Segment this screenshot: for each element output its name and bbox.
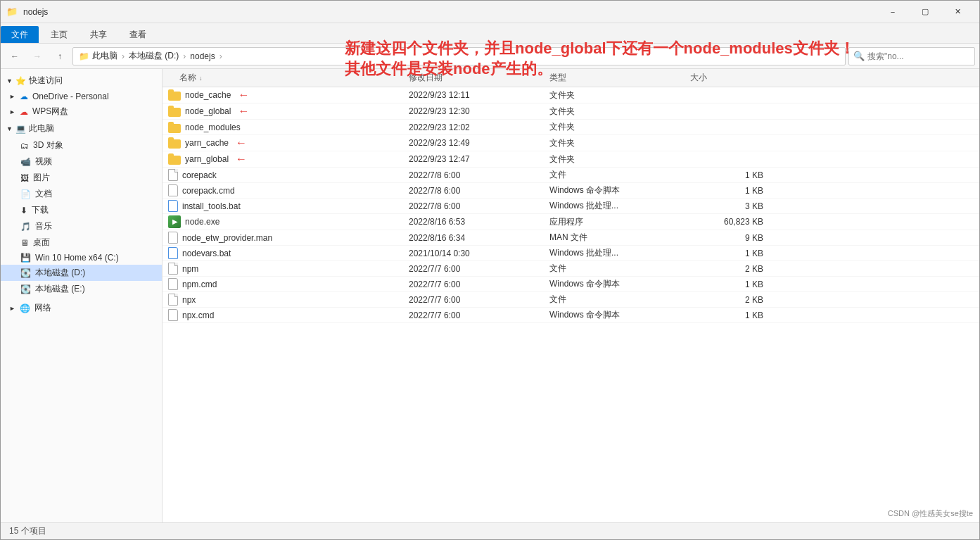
- red-arrow-icon: ←: [238, 105, 249, 118]
- forward-button[interactable]: →: [27, 46, 47, 66]
- address-part-folder[interactable]: nodejs: [190, 51, 215, 61]
- chevron-right-icon: ►: [9, 305, 15, 312]
- table-row[interactable]: ▶ node.exe 2022/8/16 6:53 应用程序 60,823 KB: [163, 214, 979, 230]
- drive-c-icon: 💾: [20, 253, 31, 263]
- table-row[interactable]: npx.cmd 2022/7/7 6:00 Windows 命令脚本 1 KB: [163, 308, 979, 323]
- address-part-drive[interactable]: 本地磁盘 (D:): [129, 50, 179, 62]
- tab-view[interactable]: 查看: [119, 26, 157, 43]
- address-part-thispc[interactable]: 此电脑: [92, 50, 117, 62]
- folder-3d-icon: 🗂: [20, 141, 29, 151]
- sidebar-item-docs[interactable]: 📄 文档: [1, 186, 162, 202]
- file-cell-date: 2022/7/7 6:00: [409, 280, 549, 289]
- file-cell-name: node_modules: [163, 122, 409, 133]
- drive-d-icon: 💽: [20, 268, 31, 278]
- sidebar-item-drive-d[interactable]: 💽 本地磁盘 (D:): [1, 265, 162, 281]
- sidebar-item-network[interactable]: ► 🌐 网络: [1, 300, 162, 316]
- window-icon: 📁: [6, 6, 18, 18]
- sidebar-item-downloads[interactable]: ⬇ 下载: [1, 202, 162, 218]
- file-cell-type: 文件夹: [549, 153, 690, 165]
- folder-icon: [168, 122, 181, 133]
- pictures-label: 图片: [33, 172, 50, 184]
- sidebar-section-thispc[interactable]: ▼ 💻 此电脑: [1, 120, 162, 137]
- file-cell-date: 2022/7/7 6:00: [409, 264, 549, 274]
- table-row[interactable]: nodevars.bat 2021/10/14 0:30 Windows 批处理…: [163, 246, 979, 261]
- table-row[interactable]: node_etw_provider.man 2022/8/16 6:34 MAN…: [163, 230, 979, 246]
- address-box[interactable]: 📁 此电脑 › 本地磁盘 (D:) › nodejs ›: [72, 47, 846, 65]
- table-row[interactable]: node_modules 2022/9/23 12:02 文件夹: [163, 120, 979, 135]
- address-folder-icon: 📁: [79, 51, 89, 61]
- tab-file[interactable]: 文件: [1, 26, 39, 43]
- file-name: npm.cmd: [182, 280, 217, 289]
- file-cell-date: 2021/10/14 0:30: [409, 249, 549, 258]
- file-cell-date: 2022/7/7 6:00: [409, 310, 549, 320]
- sidebar-item-music[interactable]: 🎵 音乐: [1, 218, 162, 234]
- folder-icon: [168, 153, 181, 165]
- file-rows-container: node_cache ← 2022/9/23 12:11 文件夹 node_gl…: [163, 87, 979, 323]
- file-cell-size: 60,823 KB: [690, 217, 775, 227]
- file-cell-date: 2022/9/23 12:49: [409, 138, 549, 148]
- table-row[interactable]: corepack 2022/7/8 6:00 文件 1 KB: [163, 168, 979, 183]
- sidebar-item-drive-e[interactable]: 💽 本地磁盘 (E:): [1, 281, 162, 297]
- quick-access-label: 快速访问: [29, 75, 63, 87]
- maximize-button[interactable]: ▢: [909, 1, 941, 23]
- file-cell-size: 1 KB: [690, 186, 775, 196]
- table-row[interactable]: node_cache ← 2022/9/23 12:11 文件夹: [163, 87, 979, 103]
- file-cell-name: corepack.cmd: [163, 184, 409, 196]
- file-name: node_cache: [185, 90, 231, 100]
- file-cell-name: node_global ←: [163, 105, 409, 118]
- file-cell-size: 2 KB: [690, 295, 775, 305]
- tab-share[interactable]: 共享: [79, 26, 117, 43]
- col-header-size[interactable]: 大小: [690, 72, 775, 84]
- minimize-button[interactable]: −: [877, 1, 909, 23]
- downloads-icon: ⬇: [20, 206, 27, 215]
- col-header-date[interactable]: 修改日期: [409, 72, 549, 84]
- table-row[interactable]: npx 2022/7/7 6:00 文件 2 KB: [163, 292, 979, 308]
- file-cell-date: 2022/7/8 6:00: [409, 201, 549, 211]
- sidebar-item-wps[interactable]: ► ☁ WPS网盘: [1, 103, 162, 120]
- item-count: 15 个项目: [9, 525, 46, 537]
- table-row[interactable]: yarn_global ← 2022/9/23 12:47 文件夹: [163, 151, 979, 168]
- file-name: node.exe: [185, 217, 219, 227]
- close-button[interactable]: ✕: [941, 1, 974, 23]
- wps-icon: ☁: [20, 107, 28, 117]
- table-row[interactable]: npm 2022/7/7 6:00 文件 2 KB: [163, 261, 979, 277]
- file-name: install_tools.bat: [182, 201, 241, 211]
- search-input[interactable]: [867, 51, 966, 61]
- chevron-down-icon: ▼: [6, 125, 13, 132]
- table-row[interactable]: node_global ← 2022/9/23 12:30 文件夹: [163, 103, 979, 120]
- sort-indicator: ↓: [199, 75, 203, 82]
- sidebar-section-quick-access[interactable]: ▼ ⭐ 快速访问: [1, 72, 162, 89]
- back-button[interactable]: ←: [5, 46, 25, 66]
- file-cell-date: 2022/9/23 12:30: [409, 106, 549, 116]
- table-row[interactable]: yarn_cache ← 2022/9/23 12:49 文件夹: [163, 135, 979, 151]
- file-cell-date: 2022/8/16 6:34: [409, 233, 549, 243]
- file-cell-date: 2022/9/23 12:11: [409, 90, 549, 100]
- sidebar-item-pictures[interactable]: 🖼 图片: [1, 170, 162, 186]
- file-cell-type: 文件: [549, 263, 690, 275]
- file-cell-size: 1 KB: [690, 280, 775, 289]
- up-button[interactable]: ↑: [50, 46, 70, 66]
- search-box[interactable]: 🔍: [848, 47, 975, 65]
- sidebar-item-desktop[interactable]: 🖥 桌面: [1, 234, 162, 251]
- ribbon-tabs: 文件 主页 共享 查看: [1, 23, 979, 43]
- sidebar-item-video[interactable]: 📹 视频: [1, 153, 162, 170]
- table-row[interactable]: npm.cmd 2022/7/7 6:00 Windows 命令脚本 1 KB: [163, 277, 979, 292]
- cmd-icon: [168, 309, 178, 321]
- file-icon: [168, 263, 178, 275]
- drive-c-label: Win 10 Home x64 (C:): [35, 253, 119, 263]
- file-cell-type: 文件: [549, 294, 690, 306]
- ribbon: 文件 主页 共享 查看: [1, 23, 979, 44]
- col-header-name[interactable]: 名称 ↓: [163, 72, 409, 84]
- sidebar-item-onedrive[interactable]: ► ☁ OneDrive - Personal: [1, 89, 162, 103]
- file-cell-name: npm: [163, 263, 409, 275]
- table-row[interactable]: corepack.cmd 2022/7/8 6:00 Windows 命令脚本 …: [163, 183, 979, 199]
- red-arrow-icon: ←: [236, 153, 247, 165]
- sidebar: ▼ ⭐ 快速访问 ► ☁ OneDrive - Personal ► ☁ WPS…: [1, 69, 163, 522]
- tab-home[interactable]: 主页: [40, 26, 78, 43]
- sidebar-item-drive-c[interactable]: 💾 Win 10 Home x64 (C:): [1, 251, 162, 265]
- sidebar-item-3d[interactable]: 🗂 3D 对象: [1, 137, 162, 153]
- col-header-type[interactable]: 类型: [549, 72, 690, 84]
- table-row[interactable]: install_tools.bat 2022/7/8 6:00 Windows …: [163, 199, 979, 214]
- file-cell-type: 文件夹: [549, 89, 690, 101]
- file-cell-name: node_cache ←: [163, 89, 409, 101]
